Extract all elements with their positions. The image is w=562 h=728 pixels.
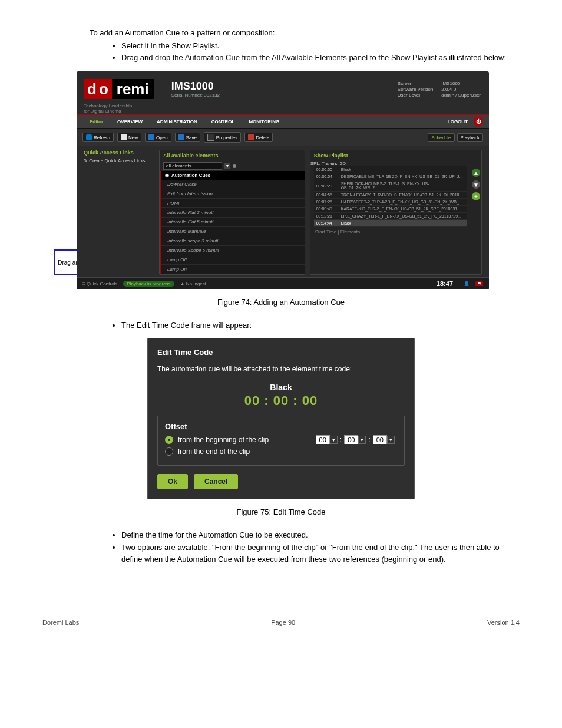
intro-text: To add an Automation Cue to a pattern or…	[90, 27, 521, 39]
element-name: Black	[157, 383, 405, 392]
caption-74: Figure 74: Adding an Automation Cue	[41, 298, 521, 307]
step-c-1: Define the time for the Automation Cue t…	[121, 529, 521, 542]
new-icon	[121, 134, 127, 140]
delete-icon	[248, 134, 254, 140]
add-icon[interactable]: +	[472, 192, 480, 200]
page-footer: Doremi Labs Page 90 Version 1.4	[41, 619, 521, 626]
playlist-row[interactable]: 00:00:00Black	[314, 166, 467, 173]
save-button[interactable]: Save	[175, 133, 200, 142]
spl-name: SPL: Trailers, 2D	[310, 161, 481, 166]
show-playlist-panel: Show Playlist SPL: Trailers, 2D 00:00:00…	[310, 150, 482, 275]
dropdown-icon[interactable]: ▾	[224, 163, 230, 169]
search-icon[interactable]	[233, 164, 236, 168]
flag-icon[interactable]: ⚑	[475, 281, 483, 286]
playlist-row[interactable]: 00:12:21LIKE_CRAZY_TLR-1_F_EN-XX_US-GB_5…	[314, 213, 467, 220]
caption-75: Figure 75: Edit Time Code	[41, 508, 521, 516]
create-qal-link[interactable]: ✎ Create Quick Access Links	[84, 158, 154, 163]
radio-from-end[interactable]	[165, 447, 173, 456]
gear-icon	[207, 134, 214, 141]
playlist-row[interactable]: 00:04:56TRON-LEGACY_TLR-D-3D_S_EN-XX_US-…	[314, 192, 467, 199]
move-up-icon[interactable]: ▲	[472, 169, 480, 177]
steps-a: Select it in the Show Playlist. Drag and…	[106, 40, 521, 65]
ims-header: doremi IMS1000 Serial Number: 332132 Scr…	[77, 71, 489, 107]
open-button[interactable]: Open	[145, 133, 171, 142]
cue-item[interactable]: Intervallo Scope 5 minuti	[161, 246, 305, 255]
power-icon[interactable]: ⏻	[474, 117, 483, 126]
cue-item[interactable]: Intervallo Flat 5 minuti	[161, 218, 305, 227]
cue-item[interactable]: Lamp Off	[161, 255, 305, 265]
edit-timecode-dialog: Edit Time Code The automation cue will b…	[147, 338, 415, 499]
seconds-stepper[interactable]: 00▾	[373, 435, 395, 444]
steps-c: Define the time for the Automation Cue t…	[106, 529, 521, 566]
cue-item[interactable]: HDMI	[161, 199, 305, 208]
nav-logout[interactable]: LOGOUT	[448, 119, 468, 124]
cue-list: Dowser CloseExit from IntermissionHDMIIn…	[160, 180, 305, 274]
toolbar: Refresh New Open Save Properties Delete …	[77, 129, 489, 146]
cue-item[interactable]: Intervallo scope 3 minuti	[161, 236, 305, 246]
category-automation-cues[interactable]: ◉Automation Cues	[160, 171, 305, 180]
playlist-row[interactable]: 00:02:20SHERLOCK-HOLMES-2_TLR-1_S_EN-XX_…	[314, 180, 467, 192]
footer-center: Page 90	[271, 619, 295, 626]
quick-controls[interactable]: ≡ Quick Controls	[82, 281, 117, 286]
playlist-row[interactable]: 00:14:44Black	[314, 220, 467, 227]
cue-item[interactable]: Dowser Close	[161, 180, 305, 189]
new-button[interactable]: New	[117, 133, 141, 142]
cue-item[interactable]: Intervallo Manuale	[161, 227, 305, 236]
device-title: IMS1000	[171, 80, 220, 93]
chevron-down-icon[interactable]: ▾	[330, 436, 338, 444]
ingest-status: ▲ No Ingest	[180, 281, 206, 286]
properties-button[interactable]: Properties	[204, 132, 241, 143]
chevron-down-icon[interactable]: ▾	[358, 436, 366, 444]
refresh-icon	[86, 134, 92, 140]
cancel-button[interactable]: Cancel	[194, 474, 238, 489]
refresh-button[interactable]: Refresh	[82, 133, 114, 142]
move-down-icon[interactable]: ▼	[472, 180, 480, 189]
open-icon	[148, 134, 154, 140]
label-from-beginning: from the beginning of the clip	[178, 436, 269, 444]
delete-button[interactable]: Delete	[244, 133, 273, 142]
playlist-row[interactable]: 00:00:04DESPICABLE-ME_TLR-1B-2D_F_EN-XX_…	[314, 173, 467, 180]
steps-b: The Edit Time Code frame will appear:	[106, 319, 521, 332]
schedule-button[interactable]: Schedule	[428, 133, 454, 142]
clock: 18:47	[437, 280, 453, 287]
save-icon	[178, 134, 184, 140]
ok-button[interactable]: Ok	[157, 474, 188, 489]
ims-screenshot: doremi IMS1000 Serial Number: 332132 Scr…	[77, 71, 489, 289]
offset-label: Offset	[165, 422, 397, 431]
quick-access-heading: Quick Access Links	[84, 150, 154, 156]
nav-admin[interactable]: ADMINISTRATION	[157, 119, 197, 124]
radio-from-beginning[interactable]	[165, 436, 173, 444]
user-icon[interactable]: 👤	[464, 281, 470, 286]
playlist-row[interactable]: 00:09:49KARATE-KID_TLR-2_F_EN-XX_US-GB_5…	[314, 206, 467, 213]
cue-item[interactable]: Exit from Intermission	[161, 189, 305, 199]
cue-item[interactable]: Lamp On	[161, 265, 305, 274]
playlist-footer: Start Time | Elements	[310, 227, 481, 237]
footer-left: Doremi Labs	[42, 619, 79, 626]
main-nav: Editor OVERVIEW ADMINISTRATION CONTROL M…	[77, 114, 489, 129]
step-c-2: Two options are available: "From the beg…	[121, 542, 521, 566]
step-a-1: Select it in the Show Playlist.	[121, 40, 521, 52]
playlist-rows: 00:00:00Black00:00:04DESPICABLE-ME_TLR-1…	[314, 166, 467, 227]
expand-icon: ◉	[165, 173, 169, 178]
chevron-down-icon[interactable]: ▾	[387, 436, 395, 444]
playback-button[interactable]: Playback	[457, 133, 483, 142]
footer-right: Version 1.4	[487, 619, 520, 626]
label-from-end: from the end of the clip	[178, 447, 250, 456]
step-b-1: The Edit Time Code frame will appear:	[121, 319, 521, 332]
cue-item[interactable]: Intervallo Flat 3 minuti	[161, 208, 305, 218]
step-a-2: Drag and drop the Automation Cue from th…	[121, 52, 521, 64]
hours-stepper[interactable]: 00▾	[316, 435, 338, 444]
nav-monitor[interactable]: MONITORING	[249, 119, 279, 124]
tagline: Technology Leadershipfor Digital Cinema	[84, 103, 489, 114]
filter-select[interactable]: all elements	[163, 162, 222, 170]
status-bar: ≡ Quick Controls Playback in progress ▲ …	[77, 277, 489, 289]
nav-control[interactable]: CONTROL	[211, 119, 235, 124]
available-title: All available elements	[160, 150, 305, 161]
available-elements-panel: All available elements all elements ▾ ◉A…	[159, 150, 305, 275]
nav-overview[interactable]: OVERVIEW	[117, 119, 143, 124]
sidebar: Quick Access Links ✎ Create Quick Access…	[84, 150, 154, 275]
playlist-row[interactable]: 00:07:26HAPPY-FEET-2_TLR-4-2D_F_EN-XX_US…	[314, 199, 467, 206]
minutes-stepper[interactable]: 00▾	[344, 435, 366, 444]
nav-editor[interactable]: Editor	[90, 119, 103, 124]
device-info: ScreenIMS1000 Software Version2.0.4-0 Us…	[398, 81, 481, 98]
